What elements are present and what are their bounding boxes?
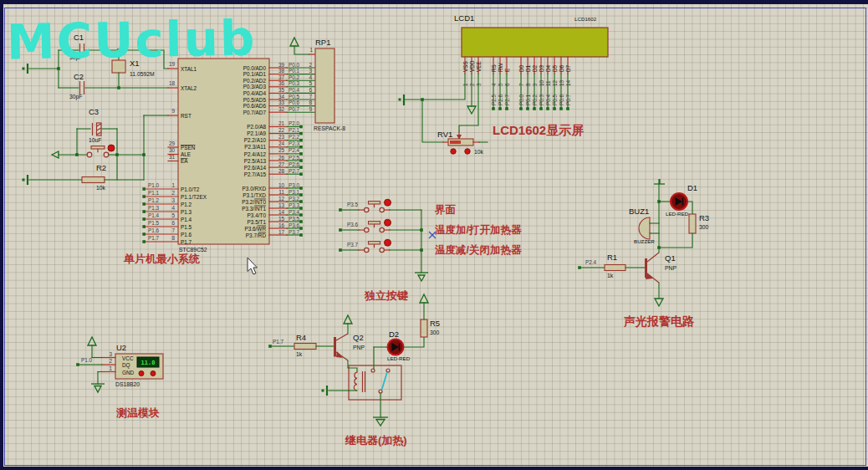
d2-ref: D2 [389,330,399,339]
pin-name: GND [122,370,135,375]
pot-decrease-button[interactable] [451,149,456,154]
net-dot [299,146,303,149]
push-button-actuator[interactable] [385,199,391,206]
window-edge-top [0,0,868,4]
relay-contact [379,390,382,393]
mcu-p0-pins: P0.0/AD0 39 P0.0 2 P0.1/AD1 38 P0.1 3 P0… [243,62,315,115]
resistor-r2-icon [82,177,105,183]
pin-name: P2.7/A15 [244,171,267,177]
push-button-actuator[interactable] [385,239,391,246]
power-arrow-icon [420,294,428,303]
pin-name: P1.7 [181,239,192,245]
lcd-pin: D2 9 P0.2 [532,57,538,110]
reset-button-terminal [104,152,109,157]
net-label: P0.1 [525,94,531,105]
pin-num: 13 [278,202,285,208]
push-button-row: P3.5 界面 [339,199,456,216]
mcu-part: STC89C52 [179,247,207,253]
pin-num: 36 [278,80,285,86]
alarm-caption: 声光报警电路 [623,314,695,328]
buz1-ref: BUZ1 [629,207,649,216]
net-label: P2.4 [585,259,597,265]
pin-name: P3.0/RXD [243,186,267,192]
mcu-caption: 单片机最小系统 [123,253,200,265]
push-button-actuator[interactable] [385,219,391,226]
net-dot [299,152,303,156]
net-label: P0.4 [288,87,300,93]
pin-num: 31 [169,154,176,160]
q2-ref: Q2 [353,333,364,342]
temp-down-button[interactable] [139,371,144,376]
net-label: P0.2 [532,94,538,105]
pin-name: P0.6/AD6 [243,103,267,109]
button-function-label: 界面 [434,204,457,216]
net-label: P3.6 [347,222,359,227]
schematic: C1 30pF C2 30pF X1 11.0592M C3 10uF [0,0,868,470]
net-label: P3.0 [288,182,300,188]
pin-num: 8 [525,83,531,86]
pin-num: 14 [278,209,285,215]
net-dot [566,107,569,110]
pin-num: 22 [278,127,285,133]
button-rows: P3.5 界面 P3.6 温度加/打开加热器 [339,199,522,256]
pin-name: P2.1/A9 [247,130,266,136]
net-label: P3.2 [288,196,300,202]
window-edge-left [0,0,3,470]
respack-pin-num: 7 [309,94,312,100]
d1-part: LED-RED [666,211,689,217]
buz1-part: BUZZER [634,238,655,244]
net-label: P0.0 [518,94,524,105]
mcuclub-watermark: MCUclub [6,9,257,70]
reset-button-actuator[interactable] [108,145,115,151]
pot-increase-button[interactable] [465,149,470,154]
r3-ref: R3 [699,213,709,222]
net-label: P2.4 [288,147,300,153]
pin-name: D1 [525,64,531,72]
pin-name: P2.6/A14 [244,165,267,171]
net-label: P0.7 [565,94,571,105]
respack-pin-num: 8 [309,100,312,105]
pin-name: P1.3 [181,209,192,215]
mcu-p2-pins: P2.0/A8 21 P2.0 P2.1/A9 22 P2.1 P2.2/A10… [244,120,303,177]
temp-up-button[interactable] [151,371,156,376]
pin-name: RST [181,113,191,119]
pin-name: D3 [539,64,544,72]
lcd-ctrl-pins: RS 4 P2.5 RW 5 P2.6 E 6 P2.7 [491,57,510,110]
pin-num: 12 [278,196,285,202]
pin-name: XTAL2 [181,85,197,91]
pin-num: 12 [552,79,558,86]
lcd-pin: D6 13 P0.6 [559,57,564,110]
lcd-pin: D3 10 P0.3 [539,57,544,110]
pot-track [450,140,461,144]
pin-num: 9 [171,108,175,114]
lcd-pin: D0 7 P0.0 [518,57,524,110]
net-dot [299,166,303,169]
button-function-label: 温度减/关闭加热器 [434,243,522,256]
net-label: P1.0 [81,357,93,363]
net-label: P0.6 [559,94,564,105]
net-dot [505,107,508,110]
sensor-reading: 11.0 [141,360,156,366]
net-label: P1.0 [148,182,160,188]
pin-num: 23 [278,134,285,140]
lcd-ref: LCD1 [454,13,474,23]
pin-name: P2.4/A12 [244,151,267,157]
pin-num: 8 [171,235,175,241]
pin-num: 13 [559,79,564,86]
pin-num: 25 [278,147,285,153]
net-label: P0.5 [288,94,300,100]
button-terminal [365,248,369,252]
pin-num: 1 [171,182,175,188]
pin-name: P3.1/TXD [243,192,266,198]
pin-name: P3.6/WR [244,226,266,232]
rv1-value: 10k [474,149,484,155]
push-button-row: P3.7 温度减/关闭加热器 [339,239,522,256]
lcd-data-pins: D0 7 P0.0 D1 8 P0.1 D2 9 P0.2 [518,57,571,110]
alarm-circuit: D1 LED-RED R3 300 BUZ1 BUZZER P2.4 R1 1k… [578,179,709,328]
pin-num: 14 [565,79,571,86]
lcd-caption: LCD1602显示屏 [493,123,584,137]
pin-num: 24 [278,140,285,146]
pin-name: D0 [518,64,524,72]
net-label: P0.3 [539,94,544,105]
ground-arrow-icon [655,299,663,306]
